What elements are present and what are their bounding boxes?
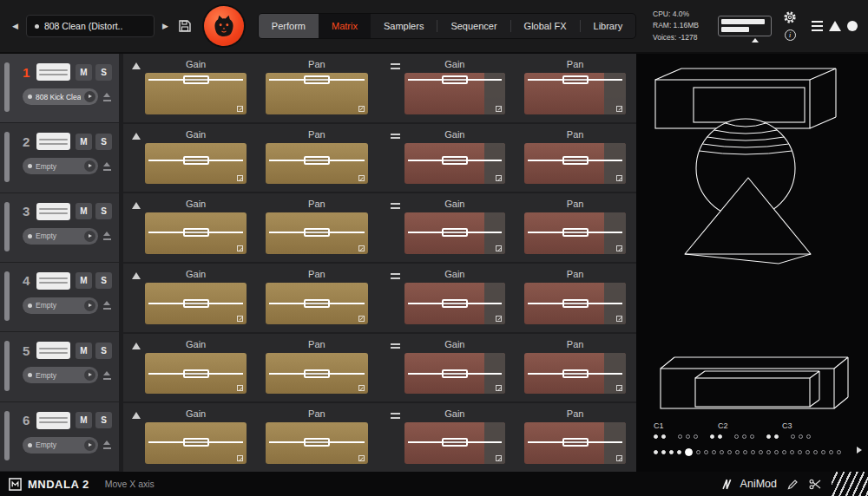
expand-icon[interactable]	[358, 385, 365, 391]
key-dot[interactable]	[710, 434, 714, 439]
key-dot[interactable]	[677, 450, 681, 454]
matrix-cell-pan[interactable]	[524, 73, 626, 114]
slider-handle[interactable]	[304, 369, 330, 378]
key-dot[interactable]	[766, 450, 771, 454]
slider-handle[interactable]	[562, 438, 589, 447]
track-fader[interactable]	[36, 412, 70, 429]
matrix-cell-gain[interactable]	[145, 283, 247, 324]
slider-handle[interactable]	[304, 438, 330, 447]
key-dot[interactable]	[654, 434, 658, 439]
preset-prev-button[interactable]: ◀	[12, 22, 18, 30]
expand-icon[interactable]	[496, 106, 502, 112]
expand-icon[interactable]	[496, 385, 502, 391]
key-dot[interactable]	[661, 450, 666, 454]
matrix-cell-gain[interactable]	[145, 212, 247, 254]
track-fader[interactable]	[36, 203, 70, 220]
expand-icon[interactable]	[616, 106, 622, 112]
matrix-cell-gain[interactable]	[404, 283, 506, 324]
slider-handle[interactable]	[304, 299, 330, 308]
key-dot[interactable]	[743, 450, 747, 454]
key-dot[interactable]	[704, 450, 708, 454]
slider-handle[interactable]	[442, 75, 468, 84]
triangle-mode-icon[interactable]	[132, 412, 141, 419]
key-dot[interactable]	[798, 450, 802, 454]
matrix-cell-pan[interactable]	[266, 212, 367, 254]
matrix-cell-pan[interactable]	[266, 283, 367, 324]
preset-open-icon[interactable]	[84, 300, 95, 311]
key-dot[interactable]	[782, 450, 786, 454]
track-fader[interactable]	[36, 272, 70, 290]
mute-button[interactable]: M	[76, 412, 92, 428]
solo-button[interactable]: S	[95, 412, 112, 428]
key-dot[interactable]	[837, 450, 841, 454]
expand-icon[interactable]	[358, 175, 365, 181]
expand-icon[interactable]	[237, 106, 243, 112]
expand-icon[interactable]	[496, 245, 502, 251]
expand-icon[interactable]	[358, 245, 365, 251]
key-dot[interactable]	[806, 450, 810, 454]
triangle-mode-icon[interactable]	[132, 343, 141, 349]
eject-icon[interactable]	[102, 232, 112, 240]
solo-button[interactable]: S	[95, 64, 112, 81]
track-preset-dropdown[interactable]: Empty	[23, 158, 98, 174]
preset-open-icon[interactable]	[84, 369, 95, 381]
slider-handle[interactable]	[183, 75, 209, 84]
slider-handle[interactable]	[562, 228, 589, 237]
matrix-cell-gain[interactable]	[145, 422, 247, 464]
key-dot[interactable]	[799, 434, 803, 439]
expand-icon[interactable]	[616, 245, 622, 251]
preset-selector[interactable]: 808 Clean (Distort..	[26, 15, 155, 37]
tab-library[interactable]: Library	[581, 14, 636, 38]
matrix-cell-gain[interactable]	[404, 212, 506, 254]
expand-icon[interactable]	[358, 316, 365, 322]
lines-mode-icon[interactable]	[391, 134, 400, 185]
matrix-cell-gain[interactable]	[145, 73, 247, 114]
mute-button[interactable]: M	[76, 343, 92, 359]
matrix-cell-pan[interactable]	[524, 422, 626, 464]
eject-icon[interactable]	[102, 441, 112, 449]
matrix-cell-pan[interactable]	[524, 143, 626, 185]
key-dot[interactable]	[791, 434, 795, 439]
key-dot[interactable]	[750, 434, 754, 439]
solo-button[interactable]: S	[95, 343, 112, 359]
key-dot[interactable]	[734, 434, 739, 439]
matrix-cell-gain[interactable]	[404, 73, 506, 114]
slider-handle[interactable]	[562, 156, 589, 165]
pen-icon[interactable]	[787, 479, 799, 490]
expand-icon[interactable]	[237, 385, 243, 391]
matrix-cell-gain[interactable]	[404, 143, 506, 185]
solo-button[interactable]: S	[95, 134, 112, 150]
expand-icon[interactable]	[616, 455, 622, 461]
key-dot[interactable]	[742, 434, 746, 439]
expand-icon[interactable]	[616, 385, 622, 391]
slider-handle[interactable]	[442, 228, 468, 237]
slider-handle[interactable]	[183, 369, 209, 378]
tab-matrix[interactable]: Matrix	[319, 14, 371, 38]
slider-handle[interactable]	[562, 299, 589, 308]
track-preset-dropdown[interactable]: Empty	[23, 437, 98, 454]
key-dot[interactable]	[669, 450, 674, 454]
triangle-mode-icon[interactable]	[132, 133, 141, 140]
track-fader[interactable]	[36, 133, 70, 150]
slider-handle[interactable]	[442, 369, 468, 378]
track-preset-dropdown[interactable]: 808 Kick Clean	[23, 88, 98, 105]
key-dot[interactable]	[718, 434, 722, 439]
key-dot[interactable]	[694, 434, 698, 439]
slider-handle[interactable]	[304, 75, 330, 84]
matrix-cell-gain[interactable]	[404, 422, 506, 464]
lines-mode-icon[interactable]	[391, 63, 400, 114]
key-dot[interactable]	[759, 450, 763, 454]
key-dot[interactable]	[813, 450, 818, 454]
key-dot[interactable]	[720, 450, 724, 454]
matrix-cell-pan[interactable]	[266, 73, 367, 114]
key-dot[interactable]	[686, 434, 690, 439]
matrix-cell-gain[interactable]	[145, 143, 247, 185]
slider-handle[interactable]	[562, 75, 589, 84]
resize-grip[interactable]	[832, 472, 868, 496]
preset-next-button[interactable]: ▶	[162, 22, 168, 30]
expand-icon[interactable]	[496, 175, 502, 181]
mute-button[interactable]: M	[76, 272, 92, 289]
expand-icon[interactable]	[237, 316, 243, 322]
output-meter[interactable]	[718, 16, 772, 36]
slider-handle[interactable]	[304, 228, 330, 237]
